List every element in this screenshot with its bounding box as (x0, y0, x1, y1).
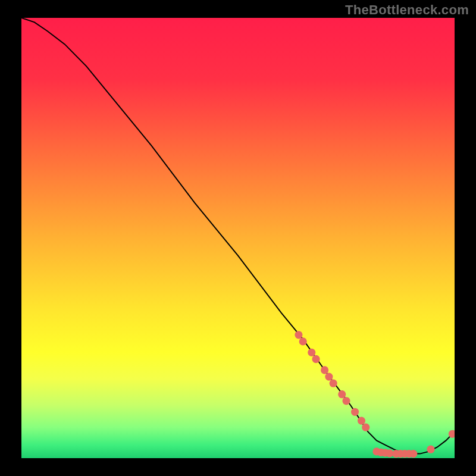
data-marker (362, 424, 369, 431)
chart-svg (21, 18, 455, 458)
data-marker (308, 349, 315, 356)
data-marker (330, 380, 337, 387)
data-marker (295, 331, 302, 339)
data-marker (299, 337, 307, 345)
data-marker (427, 446, 434, 453)
chart-container: { "attribution": "TheBottleneck.com", "c… (0, 0, 476, 476)
main-curve (21, 18, 455, 454)
data-marker (342, 397, 350, 405)
data-marker (312, 355, 320, 363)
attribution-label: TheBottleneck.com (345, 2, 469, 18)
data-marker (338, 390, 346, 398)
data-marker (325, 372, 333, 380)
data-marker (358, 416, 365, 424)
data-marker (351, 408, 359, 416)
plot-area (21, 18, 455, 458)
data-marker (409, 450, 417, 458)
data-marker (321, 366, 328, 374)
